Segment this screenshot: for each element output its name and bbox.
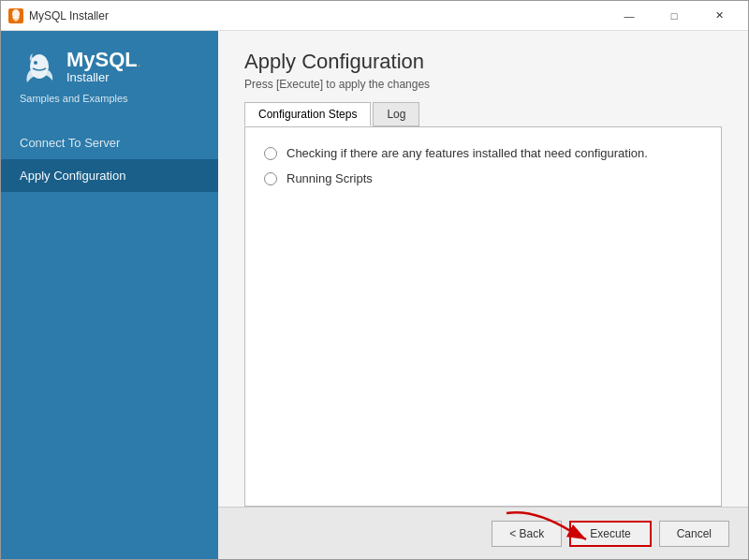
close-button[interactable]: ✕ xyxy=(698,1,741,31)
bottom-bar: < Back Execute Cancel xyxy=(218,507,748,559)
sidebar-header: MySQL. Installer Samples and Examples xyxy=(1,50,218,126)
step-1-text: Checking if there are any features insta… xyxy=(286,146,648,160)
main-content: MySQL. Installer Samples and Examples Co… xyxy=(1,31,748,559)
sidebar-item-apply-config[interactable]: Apply Configuration xyxy=(1,159,218,192)
step-2-radio xyxy=(264,172,277,185)
panel-subtitle: Press [Execute] to apply the changes xyxy=(244,78,722,91)
step-1: Checking if there are any features insta… xyxy=(264,146,702,160)
tab-log[interactable]: Log xyxy=(373,102,419,126)
step-2-text: Running Scripts xyxy=(286,171,373,185)
mysql-dot: . xyxy=(138,55,141,69)
right-panel: Apply Configuration Press [Execute] to a… xyxy=(218,31,748,559)
cancel-button[interactable]: Cancel xyxy=(659,521,729,547)
maximize-button[interactable]: □ xyxy=(653,1,696,31)
sidebar: MySQL. Installer Samples and Examples Co… xyxy=(1,31,218,559)
sidebar-item-connect[interactable]: Connect To Server xyxy=(1,126,218,159)
svg-point-2 xyxy=(34,61,37,65)
step-1-radio xyxy=(264,147,277,160)
installer-label: Installer xyxy=(66,70,140,84)
content-area: Checking if there are any features insta… xyxy=(244,126,722,507)
tabs-row: Configuration Steps Log xyxy=(218,102,748,126)
back-button[interactable]: < Back xyxy=(492,521,562,547)
sidebar-logo-area: MySQL. Installer xyxy=(20,50,199,89)
tab-configuration-steps[interactable]: Configuration Steps xyxy=(244,102,371,126)
page-title: Apply Configuration xyxy=(244,50,722,74)
sidebar-nav: Connect To Server Apply Configuration xyxy=(1,126,218,192)
sidebar-subtitle: Samples and Examples xyxy=(20,93,199,104)
execute-button[interactable]: Execute xyxy=(569,521,651,547)
title-bar: MySQL Installer — □ ✕ xyxy=(1,1,748,31)
app-icon xyxy=(8,8,23,23)
mysql-brand-text: MySQL xyxy=(66,50,138,70)
main-window: MySQL Installer — □ ✕ xyxy=(0,0,749,560)
minimize-button[interactable]: — xyxy=(608,1,651,31)
step-2: Running Scripts xyxy=(264,171,702,185)
panel-header: Apply Configuration Press [Execute] to a… xyxy=(218,31,748,102)
mysql-dolphin-icon xyxy=(20,50,59,89)
title-bar-text: MySQL Installer xyxy=(29,9,608,22)
title-bar-controls: — □ ✕ xyxy=(608,1,741,31)
sidebar-logo-text: MySQL. Installer xyxy=(66,50,140,84)
